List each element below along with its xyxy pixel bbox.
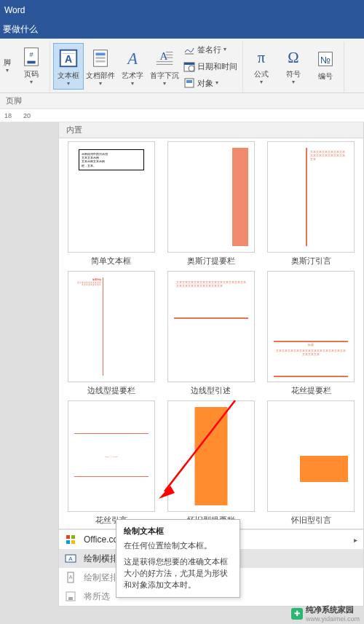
gallery-item-retrospect-quote[interactable]: 怀旧型引言 [264,400,359,526]
dropdown-icon: ▾ [223,48,226,51]
vertical-textbox-icon: A [65,572,76,583]
object-button[interactable]: 对象 ▾ [181,75,240,91]
dropdown-icon: ▾ [131,82,134,85]
number-icon: № [314,48,336,70]
title-bar: Word [0,0,364,20]
svg-rect-22 [186,80,192,83]
drop-cap-icon: A [154,47,175,69]
chevron-right-icon: ▸ [354,536,357,544]
dropdown-icon: ▾ [30,81,33,84]
gallery-section-header: 内置 [58,122,364,138]
dropdown-icon: ▾ [215,82,218,84]
ribbon: 脚 ▾ # 页码 ▾ A 文本框 ▾ 文档部件 ▾ A 艺术 [0,39,364,93]
save-icon [65,591,76,602]
tooltip-line: 这是获得您想要的准确文本框大小的好方法，尤其是为形状和对象添加文本时。 [124,556,232,591]
tooltip-line: 在任何位置绘制文本框。 [124,540,232,552]
page-number-icon: # [20,46,42,68]
dropdown-icon: ▾ [6,69,9,72]
gallery-item-filigree-sidebar[interactable]: 标题文本文本文本文本文本文本文本文本文本文本文本文本文本文本文本 花丝提要栏 [264,271,359,396]
quick-parts-button[interactable]: 文档部件 ▾ [85,43,116,90]
svg-rect-28 [71,535,75,539]
gallery-item-austin-sidebar[interactable]: 奥斯汀提要栏 [163,141,258,266]
svg-rect-27 [66,535,70,539]
svg-text:A: A [69,574,73,580]
svg-text:Ω: Ω [288,50,298,66]
date-time-button[interactable]: 日期和时间 [181,58,240,74]
textbox-icon: A [58,47,79,69]
signature-icon [183,44,195,55]
svg-rect-36 [68,597,73,600]
dropdown-icon: ▾ [99,82,102,85]
menu-label: 将所选 [84,591,110,603]
symbol-button[interactable]: Ω 符号 ▾ [278,42,309,88]
word-art-button[interactable]: A 艺术字 ▾ [117,43,148,90]
dropdown-icon: ▾ [67,82,70,85]
svg-point-20 [189,66,194,71]
svg-text:π: π [258,50,266,66]
word-art-icon: A [122,47,143,69]
svg-rect-7 [95,53,105,56]
svg-text:A: A [65,53,72,65]
dropdown-icon: ▾ [163,82,166,85]
date-time-icon [183,60,195,72]
dropdown-icon: ▾ [292,81,295,84]
tooltip: 绘制文本框 在任何位置绘制文本框。 这是获得您想要的准确文本框大小的好方法，尤其… [116,519,240,598]
svg-text:A: A [68,556,73,562]
textbox-button[interactable]: A 文本框 ▾ [53,43,84,90]
number-button[interactable]: № 编号 [310,42,341,88]
svg-rect-2 [27,61,35,64]
office-icon [65,534,76,545]
drop-cap-button[interactable]: A 首字下沉 ▾ [149,43,180,90]
gallery-item-retrospect-sidebar[interactable]: 怀旧型提要栏 [163,400,258,526]
gallery-item-border-sidebar[interactable]: 使用方法文本文本文本文本文本文本文本文本文本文本 边线型提要栏 [63,271,159,396]
svg-text:A: A [126,50,138,68]
gallery-item-filigree-quote[interactable]: — · — 花丝引言 [63,400,159,526]
equation-button[interactable]: π 公式 ▾ [246,42,277,88]
tooltip-title: 绘制文本框 [124,526,232,537]
svg-rect-9 [95,60,105,63]
watermark-brand: 纯净系统家园 [306,604,360,615]
svg-text:#: # [29,51,33,58]
page-footer-button[interactable]: 脚 ▾ [0,42,15,88]
svg-rect-29 [66,540,70,544]
svg-rect-8 [95,57,105,59]
tell-me-bar[interactable]: 要做什么 [0,20,364,39]
header-footer-strip: 页脚 [0,93,364,109]
gallery-item-simple[interactable]: 示例使用中的演示用文本文本示例文本示例文本示例框，文本。 简单文本框 [63,141,159,266]
ruler: 18 20 [0,109,364,122]
object-icon [183,77,195,89]
signature-line-button[interactable]: 签名行 ▾ [181,42,240,58]
gallery-item-border-quote[interactable]: 文本文本文本文本文本文本文本文本文本文本文本文本文本文本文本文本文本文本文本文本… [163,271,258,396]
symbol-icon: Ω [282,46,304,68]
svg-rect-19 [184,63,194,65]
watermark-logo-icon: ✚ [291,608,303,620]
quick-parts-icon [90,47,111,69]
page-number-button[interactable]: # 页码 ▾ [16,42,47,88]
equation-icon: π [250,46,272,68]
gallery-item-austin-quote[interactable]: 文本文本文本文本文本文本文本文本文本文本文本文本文本 奥斯汀引言 [264,141,359,266]
svg-text:№: № [320,55,331,66]
horizontal-textbox-icon: A [65,553,76,564]
tell-me-text: 要做什么 [3,23,38,36]
dropdown-icon: ▾ [260,81,263,84]
app-name: Word [4,5,25,15]
svg-rect-30 [71,540,75,544]
watermark-url: www.yidaimei.com [306,615,360,623]
watermark: ✚ 纯净系统家园 www.yidaimei.com [291,604,360,623]
textbox-gallery: 示例使用中的演示用文本文本示例文本示例文本示例框，文本。 简单文本框 奥斯汀提要… [58,138,364,529]
